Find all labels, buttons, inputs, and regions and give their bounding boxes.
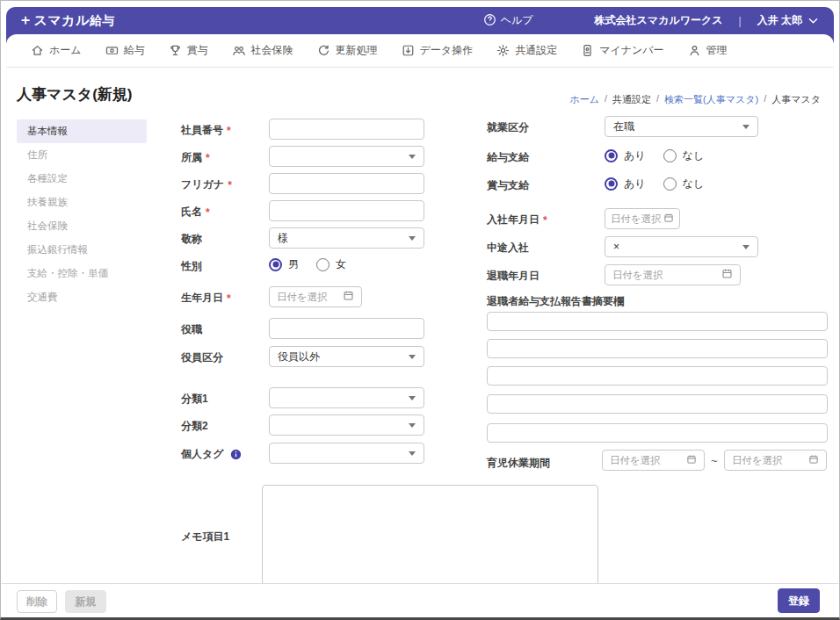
action-bar: 削除 新規 登録 <box>2 583 838 617</box>
page-content: 人事マスタ(新規) ホーム / 共通設定 / 検索一覧(人事マスタ) / 人事マ… <box>7 68 833 582</box>
refresh-icon <box>317 44 330 57</box>
gender-option-male[interactable]: 男 <box>269 257 299 272</box>
employee-no-input[interactable] <box>269 119 424 140</box>
bonus-option-no[interactable]: なし <box>663 177 705 191</box>
retirement-date-picker[interactable]: 日付を選択 <box>605 264 741 285</box>
name-label: 氏名* <box>181 205 210 220</box>
birthdate-picker[interactable]: 日付を選択 <box>269 286 362 307</box>
nav-item-social-insurance[interactable]: 社会保険 <box>232 43 293 58</box>
gender-radio-group: 男 女 <box>269 256 346 272</box>
officer-class-label: 役員区分 <box>181 350 223 365</box>
childcare-leave-start-picker[interactable]: 日付を選択 <box>602 450 705 471</box>
sidebar-item-various-settings[interactable]: 各種設定 <box>17 167 147 191</box>
app-window: ＋ スマカル 給与 ヘルプ 株式会社スマカルワークス | <box>0 0 840 620</box>
nav-item-settings[interactable]: 共通設定 <box>496 43 557 58</box>
register-button[interactable]: 登録 <box>778 588 820 613</box>
category2-select[interactable] <box>269 415 424 436</box>
header-separator: | <box>739 15 742 27</box>
nav-item-admin[interactable]: 管理 <box>688 43 728 58</box>
user-menu[interactable]: 入井 太郎 <box>757 13 818 28</box>
chevron-down-icon <box>409 236 416 241</box>
department-select[interactable] <box>269 146 424 167</box>
sidebar-item-commuting[interactable]: 交通費 <box>17 285 147 309</box>
app-logo: ＋ スマカル 給与 <box>18 11 115 30</box>
position-label: 役職 <box>181 322 202 337</box>
category2-label: 分類2 <box>181 419 208 434</box>
nav-item-bonus[interactable]: 賞与 <box>169 43 208 58</box>
childcare-leave-label: 育児休業期間 <box>487 456 550 471</box>
midcareer-select[interactable]: × <box>605 236 758 257</box>
category1-select[interactable] <box>269 387 424 408</box>
officer-class-select[interactable]: 役員以外 <box>269 346 424 367</box>
radio-unchecked-icon <box>663 177 677 191</box>
honorific-select[interactable]: 様 <box>269 227 424 249</box>
personal-tag-label: 個人タグ <box>181 447 242 462</box>
gender-option-female[interactable]: 女 <box>316 257 346 272</box>
birthdate-label: 生年月日* <box>181 291 231 306</box>
sidebar-item-pay-deduction-rate[interactable]: 支給・控除・単価 <box>17 262 147 285</box>
employment-status-select[interactable]: 在職 <box>605 116 758 137</box>
chevron-down-icon <box>742 125 749 129</box>
bonus-payment-label: 賞与支給 <box>487 178 529 193</box>
bonus-payment-radio-group: あり なし <box>605 176 704 191</box>
salary-option-yes[interactable]: あり <box>605 148 646 163</box>
chevron-down-icon <box>409 451 416 456</box>
breadcrumb: ホーム / 共通設定 / 検索一覧(人事マスタ) / 人事マスタ <box>569 93 821 106</box>
nav-item-data-operation[interactable]: データ操作 <box>402 43 474 58</box>
radio-checked-icon <box>269 258 282 271</box>
department-label: 所属* <box>181 150 210 165</box>
retiree-report-input-5[interactable] <box>487 423 828 443</box>
sidebar-item-dependents[interactable]: 扶養親族 <box>17 191 147 214</box>
chevron-down-icon <box>409 155 416 159</box>
breadcrumb-home-link[interactable]: ホーム <box>569 93 599 106</box>
hire-date-picker[interactable]: 日付を選択 <box>605 208 680 229</box>
sidebar-item-social-insurance[interactable]: 社会保険 <box>17 214 147 238</box>
info-icon[interactable] <box>230 449 242 460</box>
breadcrumb-search-list-link[interactable]: 検索一覧(人事マスタ) <box>664 93 758 106</box>
salary-payment-radio-group: あり なし <box>605 148 704 163</box>
midcareer-label: 中途入社 <box>487 241 529 256</box>
retiree-report-input-2[interactable] <box>487 339 828 358</box>
childcare-leave-end-picker[interactable]: 日付を選択 <box>724 450 827 471</box>
sidebar-item-basic-info[interactable]: 基本情報 <box>17 119 147 143</box>
retiree-report-input-4[interactable] <box>487 394 828 414</box>
name-input[interactable] <box>269 200 424 221</box>
new-button[interactable]: 新規 <box>65 590 106 613</box>
furigana-input[interactable] <box>269 173 424 194</box>
user-name: 入井 太郎 <box>757 13 802 28</box>
calendar-icon <box>343 290 354 304</box>
calendar-icon <box>808 454 819 467</box>
personal-tag-select[interactable] <box>269 443 424 464</box>
nav-item-payroll[interactable]: 給与 <box>105 43 145 58</box>
nav-item-mynumber[interactable]: マイナンバー <box>581 43 663 58</box>
retiree-report-label: 退職者給与支払報告書摘要欄 <box>487 294 624 309</box>
radio-checked-icon <box>605 149 618 162</box>
help-label: ヘルプ <box>501 13 533 28</box>
sidebar-item-bank-transfer[interactable]: 振込銀行情報 <box>17 238 147 262</box>
sidebar: 基本情報 住所 各種設定 扶養親族 社会保険 振込銀行情報 支給・控除・単価 交… <box>17 119 147 309</box>
retiree-report-input-3[interactable] <box>487 366 828 386</box>
furigana-label: フリガナ* <box>181 177 232 192</box>
page-title: 人事マスタ(新規) <box>17 84 133 105</box>
payroll-icon <box>105 44 119 57</box>
position-input[interactable] <box>269 318 424 339</box>
nav-item-update[interactable]: 更新処理 <box>317 43 378 58</box>
bonus-option-yes[interactable]: あり <box>605 177 646 191</box>
chevron-down-icon <box>409 423 416 428</box>
help-button[interactable]: ヘルプ <box>483 13 533 29</box>
retirement-date-label: 退職年月日 <box>487 269 539 284</box>
employment-status-label: 就業区分 <box>487 120 529 135</box>
retiree-report-input-1[interactable] <box>487 312 828 331</box>
sidebar-item-address[interactable]: 住所 <box>17 143 147 167</box>
delete-button[interactable]: 削除 <box>17 590 57 613</box>
memo1-label: メモ項目1 <box>181 530 229 544</box>
salary-option-no[interactable]: なし <box>663 148 705 163</box>
chevron-down-icon <box>808 15 818 27</box>
nav-item-home[interactable]: ホーム <box>31 43 82 58</box>
calendar-icon <box>686 454 697 467</box>
radio-unchecked-icon <box>316 258 329 271</box>
radio-unchecked-icon <box>663 149 677 162</box>
people-icon <box>232 44 246 57</box>
memo1-textarea[interactable] <box>262 485 598 585</box>
chevron-down-icon <box>742 245 749 249</box>
